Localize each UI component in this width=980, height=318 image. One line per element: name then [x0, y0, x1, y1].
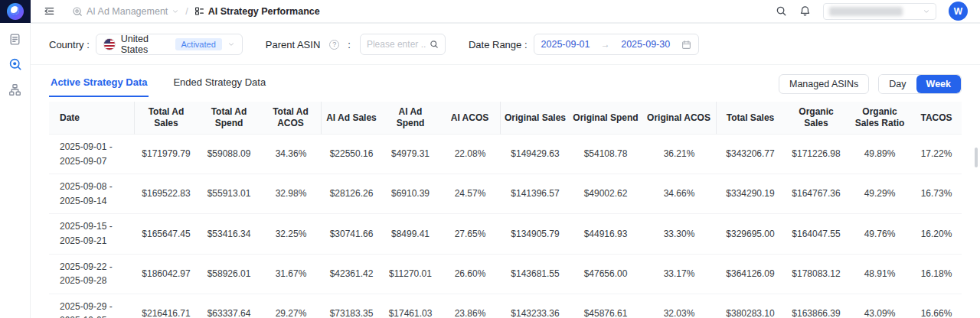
date-end-value: 2025-09-30 [621, 39, 670, 50]
us-flag-icon [103, 38, 116, 50]
day-toggle-button[interactable]: Day [879, 75, 916, 93]
table-cell: $30741.66 [322, 214, 381, 254]
table-cell: $171979.79 [135, 135, 198, 174]
table-cell: $380283.10 [717, 294, 784, 318]
country-select[interactable]: United States Activated [96, 34, 243, 55]
table-cell: $134905.79 [501, 214, 570, 254]
column-header: Original Spend [570, 102, 642, 135]
table-row: 2025-09-15 - 2025-09-21$165647.45$53416.… [49, 214, 962, 254]
table-cell: $11270.01 [381, 255, 439, 294]
scrollbar-thumb[interactable] [975, 148, 978, 167]
date-range-picker[interactable]: 2025-09-01 → 2025-09-30 [534, 34, 699, 55]
breadcrumb: AI Ad Management / AI Strategy Performan… [72, 6, 320, 17]
parent-asin-field [360, 34, 446, 55]
tab-ended-strategy-data[interactable]: Ended Strategy Data [172, 72, 267, 97]
column-header: Original ACOS [642, 102, 717, 135]
table-cell: 32.03% [642, 294, 717, 318]
table-cell: $54108.78 [570, 135, 642, 174]
table-cell: $8499.41 [381, 214, 439, 254]
table-row: 2025-09-29 - 2025-10-05$216416.71$63337.… [49, 294, 962, 318]
date-cell: 2025-09-22 - 2025-09-28 [49, 255, 135, 294]
sidebar-item-strategy-flow[interactable] [6, 80, 24, 99]
table-cell: 23.86% [439, 294, 501, 318]
table-cell: $143233.36 [501, 294, 570, 318]
table-cell: 34.66% [642, 174, 717, 214]
table-cell: $163866.39 [784, 294, 848, 318]
managed-asins-button[interactable]: Managed ASINs [779, 74, 869, 94]
table-cell: 16.20% [911, 214, 962, 254]
help-icon[interactable]: ? [329, 40, 339, 50]
column-header: Total Sales [717, 102, 784, 135]
table-cell: $149429.63 [501, 135, 570, 174]
table-cell: $58926.01 [198, 255, 260, 294]
breadcrumb-item-section[interactable]: AI Ad Management [72, 6, 179, 17]
table-cell: 49.29% [848, 174, 911, 214]
table-cell: $47656.00 [570, 255, 642, 294]
table-cell: $42361.42 [322, 255, 381, 294]
strategy-grid-icon [194, 6, 204, 16]
table-cell: $178083.12 [784, 255, 848, 294]
bell-icon [799, 5, 811, 17]
column-header-date: Date [49, 102, 135, 135]
table-row: 2025-09-01 - 2025-09-07$171979.79$59088.… [49, 135, 962, 174]
day-week-toggle: Day Week [878, 74, 962, 94]
main-content: Country : United States Activated Parent… [31, 23, 980, 318]
ad-management-icon [72, 6, 83, 17]
column-header: AI Ad Sales [322, 102, 381, 135]
table-cell: 32.25% [260, 214, 322, 254]
breadcrumb-section-label: AI Ad Management [87, 6, 168, 17]
notifications-button[interactable] [799, 5, 811, 17]
sidebar [0, 23, 31, 318]
table-cell: 49.76% [848, 214, 911, 254]
date-cell: 2025-09-08 - 2025-09-14 [49, 174, 135, 214]
date-cell: 2025-09-29 - 2025-10-05 [49, 294, 135, 318]
breadcrumb-separator: / [185, 6, 188, 17]
chevron-down-icon [227, 41, 235, 48]
parent-asin-label: Parent ASIN [266, 39, 321, 50]
table-cell: $59088.09 [198, 135, 260, 174]
table-cell: 26.60% [439, 255, 501, 294]
table-cell: 29.27% [260, 294, 322, 318]
table-cell: $44916.93 [570, 214, 642, 254]
table-cell: $73183.35 [322, 294, 381, 318]
date-start-value: 2025-09-01 [541, 39, 590, 50]
asin-search-button[interactable] [430, 40, 439, 49]
table-cell: $49002.62 [570, 174, 642, 214]
calendar-icon [681, 40, 691, 50]
table-cell: $165647.45 [135, 214, 198, 254]
table-cell: 16.18% [911, 255, 962, 294]
column-header: Original Sales [501, 102, 570, 135]
breadcrumb-item-current: AI Strategy Performance [194, 6, 320, 17]
parent-asin-colon: : [348, 39, 351, 50]
column-header: Organic Sales Ratio [848, 102, 911, 135]
table-cell: $334290.19 [717, 174, 784, 214]
date-cell: 2025-09-01 - 2025-09-07 [49, 135, 135, 174]
column-header: Total Ad Sales [135, 102, 198, 135]
chevron-down-icon [172, 8, 179, 15]
parent-asin-input[interactable] [367, 39, 426, 50]
avatar[interactable]: W [949, 2, 968, 21]
table-cell: $169522.83 [135, 174, 198, 214]
column-header: Total Ad ACOS [260, 102, 322, 135]
table-cell: $164767.36 [784, 174, 848, 214]
table-cell: 32.98% [260, 174, 322, 214]
status-badge: Activated [175, 38, 222, 50]
table-cell: 24.57% [439, 174, 501, 214]
date-cell: 2025-09-15 - 2025-09-21 [49, 214, 135, 254]
sidebar-item-campaigns[interactable] [6, 30, 24, 48]
top-bar: AI Ad Management / AI Strategy Performan… [0, 0, 980, 23]
table-cell: 33.30% [642, 214, 717, 254]
account-select[interactable] [823, 3, 936, 20]
table-cell: $28126.26 [322, 174, 381, 214]
sidebar-item-ai-ad-management[interactable] [6, 55, 24, 73]
tabs-row: Active Strategy Data Ended Strategy Data… [31, 65, 980, 96]
collapse-sidebar-button[interactable] [44, 5, 55, 17]
table-cell: 22.08% [439, 135, 501, 174]
table-cell: 36.21% [642, 135, 717, 174]
target-search-icon [8, 57, 22, 71]
tab-active-strategy-data[interactable]: Active Strategy Data [49, 72, 149, 97]
table-cell: $22550.16 [322, 135, 381, 174]
search-button[interactable] [776, 5, 787, 17]
week-toggle-button[interactable]: Week [916, 75, 961, 93]
search-icon [430, 40, 439, 49]
